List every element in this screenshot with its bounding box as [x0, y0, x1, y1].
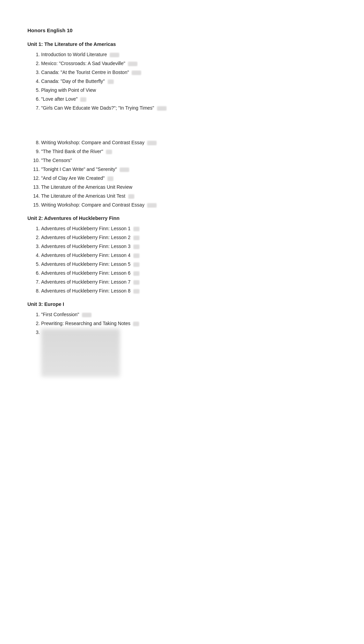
item-badge [133, 262, 139, 267]
unit-1-list-part1: Introduction to World Literature Mexico:… [27, 51, 337, 112]
list-item[interactable]: "And of Clay Are We Created" [41, 175, 337, 182]
item-text: Canada: "Day of the Butterfly" [41, 78, 105, 84]
item-badge [147, 203, 157, 208]
item-text: Adventures of Huckleberry Finn: Lesson 1 [41, 226, 131, 231]
item-text: Writing Workshop: Compare and Contrast E… [41, 202, 144, 208]
list-item[interactable]: Canada: "At the Tourist Centre in Boston… [41, 69, 337, 76]
item-badge [133, 322, 139, 326]
item-badge [157, 106, 167, 111]
item-badge [107, 176, 113, 181]
item-badge [110, 53, 119, 57]
item-text: "Tonight I Can Write" and "Serenity" [41, 166, 117, 172]
unit-1-list-part2: Writing Workshop: Compare and Contrast E… [27, 139, 337, 209]
blurred-content-block [41, 329, 120, 377]
list-item[interactable]: "Love after Love" [41, 96, 337, 103]
unit-2-section: Unit 2: Adventures of Huckleberry Finn A… [27, 215, 337, 295]
item-text: "The Censors" [41, 158, 72, 163]
item-badge [80, 97, 86, 102]
unit-2-list: Adventures of Huckleberry Finn: Lesson 1… [27, 225, 337, 295]
list-item[interactable]: Mexico: "Crossroads: A Sad Vaudeville" [41, 60, 337, 67]
list-item[interactable]: Playing with Point of View [41, 87, 337, 94]
item-badge [128, 194, 134, 199]
item-text: "And of Clay Are We Created" [41, 175, 105, 181]
item-badge [132, 71, 141, 75]
item-badge [133, 280, 139, 285]
item-text: "Love after Love" [41, 96, 77, 102]
item-badge [120, 168, 129, 172]
item-text: The Literature of the Americas Unit Test [41, 193, 125, 199]
unit-2-title: Unit 2: Adventures of Huckleberry Finn [27, 215, 337, 221]
item-text: Canada: "At the Tourist Centre in Boston… [41, 70, 129, 75]
unit-1-section: Unit 1: The Literature of the Americas I… [27, 41, 337, 209]
item-badge [133, 245, 139, 249]
list-item[interactable]: Canada: "Day of the Butterfly" [41, 78, 337, 85]
list-item[interactable]: Writing Workshop: Compare and Contrast E… [41, 201, 337, 209]
item-badge [147, 141, 157, 145]
item-text: "Girls Can We Educate We Dads?"; "In Try… [41, 105, 154, 111]
list-item[interactable]: Adventures of Huckleberry Finn: Lesson 1 [41, 225, 337, 232]
item-text: Adventures of Huckleberry Finn: Lesson 3 [41, 244, 131, 249]
item-badge [133, 227, 139, 231]
list-item[interactable]: Adventures of Huckleberry Finn: Lesson 8 [41, 287, 337, 295]
list-item[interactable]: "Girls Can We Educate We Dads?"; "In Try… [41, 104, 337, 112]
item-text: Adventures of Huckleberry Finn: Lesson 8 [41, 288, 131, 294]
list-item[interactable]: Adventures of Huckleberry Finn: Lesson 5 [41, 261, 337, 268]
unit-1-title: Unit 1: The Literature of the Americas [27, 41, 337, 47]
item-badge [82, 313, 92, 317]
list-item[interactable]: Adventures of Huckleberry Finn: Lesson 4 [41, 252, 337, 259]
list-item[interactable]: The Literature of the Americas Unit Revi… [41, 184, 337, 191]
item-text: Adventures of Huckleberry Finn: Lesson 5 [41, 261, 131, 267]
list-item[interactable]: Prewriting: Researching and Taking Notes [41, 320, 337, 327]
item-badge [133, 253, 139, 258]
unit-3-section: Unit 3: Europe I "First Confession" Prew… [27, 301, 337, 377]
item-text: Adventures of Huckleberry Finn: Lesson 6 [41, 270, 131, 276]
list-item [41, 329, 337, 377]
item-text: Adventures of Huckleberry Finn: Lesson 2 [41, 235, 131, 240]
item-text: "The Third Bank of the River" [41, 149, 103, 154]
list-item[interactable]: "The Censors" [41, 157, 337, 164]
item-badge [108, 79, 114, 84]
list-item[interactable]: "First Confession" [41, 311, 337, 318]
item-text: Writing Workshop: Compare and Contrast E… [41, 140, 144, 145]
item-text: Mexico: "Crossroads: A Sad Vaudeville" [41, 61, 125, 66]
item-text: Playing with Point of View [41, 87, 96, 93]
list-item[interactable]: Adventures of Huckleberry Finn: Lesson 2 [41, 234, 337, 241]
unit-3-title: Unit 3: Europe I [27, 301, 337, 307]
list-item[interactable]: Adventures of Huckleberry Finn: Lesson 3 [41, 243, 337, 250]
item-text: Prewriting: Researching and Taking Notes [41, 321, 130, 326]
list-item[interactable]: Adventures of Huckleberry Finn: Lesson 7 [41, 278, 337, 286]
item-badge [128, 62, 137, 66]
item-text: Adventures of Huckleberry Finn: Lesson 7 [41, 279, 131, 285]
list-item[interactable]: "The Third Bank of the River" [41, 148, 337, 155]
item-badge [133, 236, 139, 240]
list-item[interactable]: Introduction to World Literature [41, 51, 337, 58]
list-item[interactable]: The Literature of the Americas Unit Test [41, 193, 337, 200]
unit-3-list: "First Confession" Prewriting: Researchi… [27, 311, 337, 377]
list-item[interactable]: Writing Workshop: Compare and Contrast E… [41, 139, 337, 146]
item-badge [106, 150, 112, 154]
page-title: Honors English 10 [27, 27, 337, 33]
item-badge [133, 271, 139, 276]
item-text: "First Confession" [41, 312, 79, 317]
list-item[interactable]: Adventures of Huckleberry Finn: Lesson 6 [41, 270, 337, 277]
item-badge [133, 289, 139, 294]
item-text: The Literature of the Americas Unit Revi… [41, 184, 132, 190]
item-text: Adventures of Huckleberry Finn: Lesson 4 [41, 252, 131, 258]
list-item[interactable]: "Tonight I Can Write" and "Serenity" [41, 166, 337, 173]
item-text: Introduction to World Literature [41, 52, 107, 57]
